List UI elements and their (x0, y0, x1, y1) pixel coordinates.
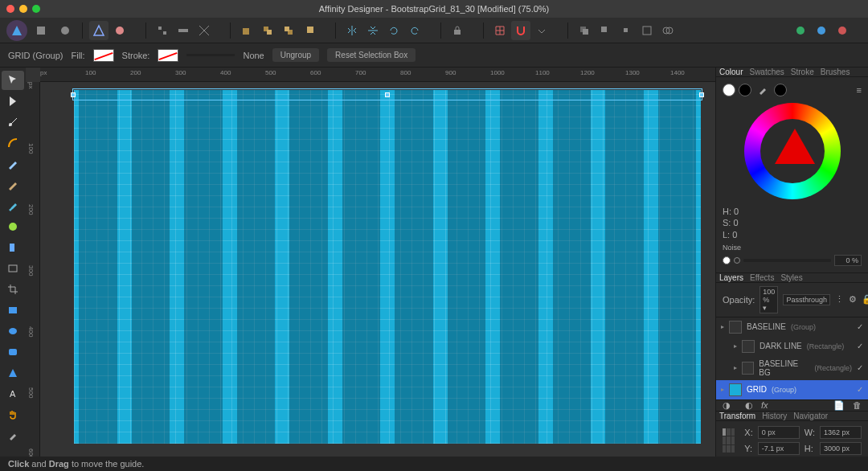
opacity-input[interactable]: 100 % ▾ (760, 286, 778, 313)
flip-v-button[interactable] (363, 21, 383, 40)
tab-stroke[interactable]: Stroke (791, 68, 814, 76)
x-label: X: (744, 428, 752, 437)
mask-icon[interactable]: ◑ (723, 400, 731, 411)
context-toolbar: GRID (Group) Fill: Stroke: None Ungroup … (0, 43, 868, 68)
move-forward-button[interactable] (279, 21, 298, 40)
move-tool[interactable] (2, 71, 24, 90)
tab-navigator[interactable]: Navigator (793, 412, 828, 420)
colour-wheel[interactable] (744, 103, 841, 199)
noise-value[interactable]: 0 % (834, 255, 862, 266)
magnet-snap-button[interactable] (511, 21, 530, 40)
stroke-colour-well[interactable] (739, 84, 751, 96)
x-input[interactable] (758, 426, 800, 439)
y-input[interactable] (758, 442, 800, 455)
tab-brushes[interactable]: Brushes (821, 68, 850, 76)
layer-item[interactable]: ▸GRID (Group)✓ (716, 380, 868, 399)
eyedropper-icon[interactable] (758, 85, 768, 95)
rotate-cw-button[interactable] (405, 21, 424, 40)
pixel-persona-button[interactable] (31, 20, 51, 41)
minimize-window-button[interactable] (19, 5, 27, 13)
align-button[interactable] (174, 21, 193, 40)
tab-layers[interactable]: Layers (719, 273, 743, 282)
layer-item[interactable]: ▸BASELINE (Group)✓ (716, 317, 868, 337)
dropdown-button[interactable] (532, 21, 551, 40)
hand-tool[interactable] (2, 405, 24, 424)
ellipse-tool[interactable] (2, 322, 24, 341)
op-combine-button[interactable] (658, 21, 678, 40)
canvas[interactable] (40, 82, 715, 457)
pen-tool[interactable] (2, 154, 24, 174)
distribute-button[interactable] (194, 21, 214, 40)
rounded-rect-tool[interactable] (2, 342, 24, 362)
artboard[interactable] (74, 90, 701, 444)
stroke-swatch[interactable] (158, 49, 178, 62)
op-subtract-button[interactable] (596, 21, 615, 40)
crop-tool[interactable] (2, 280, 24, 299)
move-back-button[interactable] (237, 21, 256, 40)
adjustment-icon[interactable]: ◐ (745, 400, 753, 411)
blend-mode-select[interactable]: Passthrough (783, 294, 830, 305)
colour-picker-tool[interactable] (2, 426, 24, 445)
fill-tool[interactable] (2, 217, 24, 236)
anchor-selector[interactable] (723, 428, 735, 453)
w-input[interactable] (820, 426, 862, 439)
pencil-tool[interactable] (2, 175, 24, 195)
rectangle-tool[interactable] (2, 301, 24, 320)
rotate-ccw-button[interactable] (384, 21, 403, 40)
view-mirror-button[interactable] (833, 21, 852, 40)
tab-styles[interactable]: Styles (780, 273, 802, 282)
noise-slider[interactable] (743, 259, 831, 262)
h-input[interactable] (820, 442, 862, 455)
designer-persona-button[interactable] (6, 20, 27, 41)
snap-button[interactable] (153, 21, 172, 40)
colour-menu-button[interactable]: ≡ (857, 85, 862, 95)
view-single-button[interactable] (791, 21, 810, 40)
layer-item[interactable]: ▸BASELINE BG (Rectangle)✓ (716, 356, 868, 380)
text-tool[interactable]: A (2, 384, 24, 403)
delete-layer-icon[interactable]: 🗑 (853, 400, 862, 410)
fx-icon[interactable]: fx (761, 400, 768, 410)
vertical-ruler[interactable]: px100200300400500600 (26, 82, 40, 457)
layer-settings-icon[interactable]: ⚙ (849, 294, 857, 305)
reset-selection-button[interactable]: Reset Selection Box (327, 48, 416, 62)
brush-tool[interactable] (2, 196, 24, 215)
lock-button[interactable] (448, 21, 467, 40)
ungroup-button[interactable]: Ungroup (272, 48, 319, 62)
sampled-colour-well[interactable] (774, 84, 787, 96)
layer-options-icon[interactable]: ⋮ (835, 294, 844, 305)
tab-colour[interactable]: Colour (719, 68, 743, 76)
flip-h-button[interactable] (342, 21, 362, 40)
svg-point-21 (796, 27, 805, 35)
horizontal-ruler[interactable]: px10020030040050060070080090010001100120… (40, 68, 715, 82)
tab-swatches[interactable]: Swatches (749, 68, 784, 76)
corner-tool[interactable] (2, 133, 24, 153)
view-split-button[interactable] (812, 21, 831, 40)
stroke-width-slider[interactable] (186, 54, 235, 56)
move-front-button[interactable] (300, 21, 319, 40)
tab-history[interactable]: History (762, 412, 787, 420)
export-persona-button[interactable] (55, 20, 76, 41)
transparency-tool[interactable] (2, 238, 24, 257)
op-intersect-button[interactable] (616, 21, 636, 40)
op-divide-button[interactable] (637, 21, 657, 40)
node-tool[interactable] (2, 113, 24, 132)
move-backward-button[interactable] (258, 21, 277, 40)
place-image-tool[interactable] (2, 259, 24, 278)
add-layer-icon[interactable]: 📄 (833, 400, 845, 411)
op-add-button[interactable] (575, 21, 594, 40)
vector-mode-button[interactable] (89, 21, 108, 40)
grid-button[interactable] (490, 21, 510, 40)
maximize-window-button[interactable] (32, 5, 40, 13)
noise-toggle-off[interactable] (723, 256, 731, 264)
noise-toggle-on[interactable] (734, 257, 740, 264)
triangle-tool[interactable] (2, 363, 24, 383)
tab-effects[interactable]: Effects (750, 273, 774, 282)
tab-transform[interactable]: Transform (719, 412, 755, 420)
close-window-button[interactable] (6, 5, 14, 13)
layer-item[interactable]: ▸DARK LINE (Rectangle)✓ (716, 337, 868, 356)
fill-colour-well[interactable] (723, 84, 735, 96)
pixel-mode-button[interactable] (110, 21, 129, 40)
fill-swatch[interactable] (93, 49, 114, 62)
layer-lock-icon[interactable]: 🔒 (862, 294, 868, 305)
artboard-tool[interactable] (2, 92, 24, 111)
